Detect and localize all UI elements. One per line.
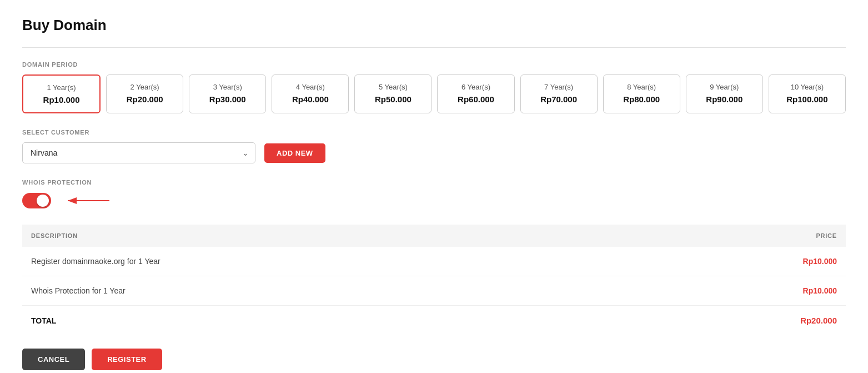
period-years: 4 Year(s) — [281, 83, 339, 91]
arrow-annotation — [62, 192, 112, 209]
customer-select[interactable]: Nirvana — [22, 142, 255, 163]
row-price: Rp10.000 — [624, 276, 846, 306]
period-card-6[interactable]: 6 Year(s) Rp60.000 — [437, 74, 514, 113]
period-years: 9 Year(s) — [695, 83, 754, 91]
period-price: Rp100.000 — [778, 95, 836, 104]
row-price: Rp10.000 — [624, 247, 846, 276]
period-card-4[interactable]: 4 Year(s) Rp40.000 — [272, 74, 349, 113]
period-card-3[interactable]: 3 Year(s) Rp30.000 — [189, 74, 266, 113]
total-label: TOTAL — [22, 306, 624, 336]
select-customer-label: SELECT CUSTOMER — [22, 129, 846, 136]
whois-toggle[interactable] — [22, 193, 51, 208]
total-price: Rp20.000 — [624, 306, 846, 336]
period-price: Rp90.000 — [695, 95, 754, 104]
period-card-7[interactable]: 7 Year(s) Rp70.000 — [520, 74, 598, 113]
period-card-8[interactable]: 8 Year(s) Rp80.000 — [603, 74, 680, 113]
period-price: Rp30.000 — [198, 95, 257, 104]
domain-period-section: DOMAIN PERIOD 1 Year(s) Rp10.0002 Year(s… — [22, 61, 846, 113]
toggle-row — [22, 192, 846, 209]
whois-protection-section: WHOIS PROTECTION — [22, 179, 846, 209]
table-row: Register domainrnaoke.org for 1 Year Rp1… — [22, 247, 846, 276]
period-years: 7 Year(s) — [530, 83, 588, 91]
period-card-1[interactable]: 1 Year(s) Rp10.000 — [22, 74, 101, 113]
period-years: 2 Year(s) — [116, 83, 174, 91]
arrow-icon — [62, 192, 112, 209]
whois-protection-label: WHOIS PROTECTION — [22, 179, 846, 186]
domain-period-label: DOMAIN PERIOD — [22, 61, 846, 68]
period-price: Rp50.000 — [364, 95, 422, 104]
cancel-button[interactable]: CANCEL — [22, 349, 85, 370]
period-price: Rp60.000 — [446, 95, 505, 104]
period-years: 1 Year(s) — [32, 83, 91, 92]
price-col-header: PRICE — [624, 225, 846, 247]
period-price: Rp40.000 — [281, 95, 339, 104]
row-description: Whois Protection for 1 Year — [22, 276, 624, 306]
register-button[interactable]: REGISTER — [92, 349, 162, 370]
toggle-slider — [22, 193, 51, 208]
add-new-button[interactable]: ADD NEW — [264, 143, 325, 163]
select-customer-section: SELECT CUSTOMER Nirvana ⌄ ADD NEW — [22, 129, 846, 163]
row-description: Register domainrnaoke.org for 1 Year — [22, 247, 624, 276]
period-years: 5 Year(s) — [364, 83, 422, 91]
description-col-header: DESCRIPTION — [22, 225, 624, 247]
action-row: CANCEL REGISTER — [22, 349, 846, 370]
select-customer-row: Nirvana ⌄ ADD NEW — [22, 142, 846, 163]
period-card-10[interactable]: 10 Year(s) Rp100.000 — [769, 74, 846, 113]
period-price: Rp10.000 — [32, 95, 91, 105]
period-years: 3 Year(s) — [198, 83, 257, 91]
period-card-9[interactable]: 9 Year(s) Rp90.000 — [686, 74, 763, 113]
period-years: 6 Year(s) — [446, 83, 505, 91]
period-price: Rp20.000 — [116, 95, 174, 104]
divider — [22, 47, 846, 48]
page-title: Buy Domain — [22, 17, 846, 34]
period-cards-container: 1 Year(s) Rp10.0002 Year(s) Rp20.0003 Ye… — [22, 74, 846, 113]
period-years: 8 Year(s) — [613, 83, 671, 91]
customer-select-wrapper: Nirvana ⌄ — [22, 142, 255, 163]
table-row: Whois Protection for 1 Year Rp10.000 — [22, 276, 846, 306]
period-price: Rp80.000 — [613, 95, 671, 104]
period-card-5[interactable]: 5 Year(s) Rp50.000 — [354, 74, 432, 113]
period-price: Rp70.000 — [530, 95, 588, 104]
period-years: 10 Year(s) — [778, 83, 836, 91]
period-card-2[interactable]: 2 Year(s) Rp20.000 — [106, 74, 183, 113]
description-table: DESCRIPTION PRICE Register domainrnaoke.… — [22, 225, 846, 335]
